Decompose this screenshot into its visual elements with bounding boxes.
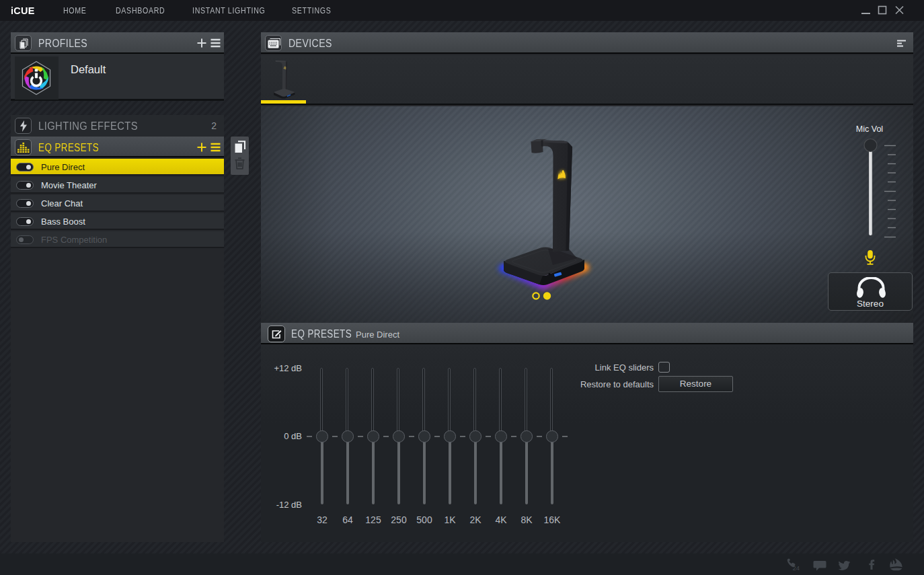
svg-text:24: 24	[793, 564, 800, 572]
